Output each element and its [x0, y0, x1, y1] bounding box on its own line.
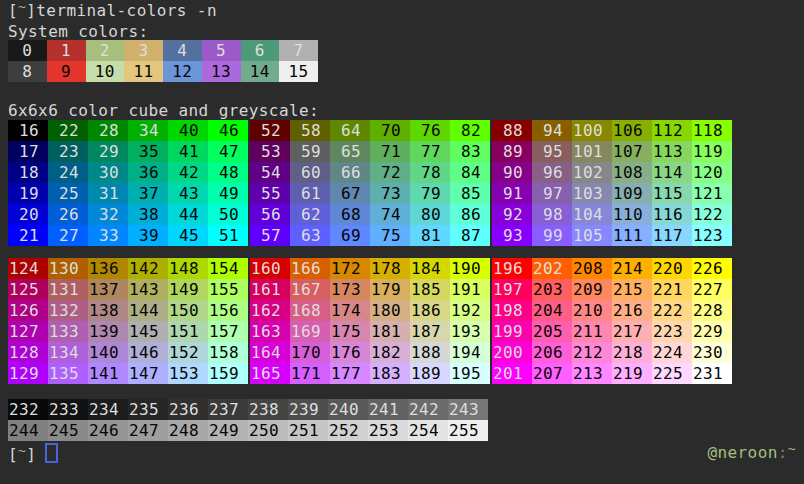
color-swatch-187: 187: [410, 321, 450, 342]
color-swatch-214: 214: [612, 258, 652, 279]
top-prompt-line: [~]terminal-colors -n: [8, 1, 217, 21]
color-swatch-61: 61: [290, 183, 330, 204]
color-swatch-71: 71: [370, 141, 410, 162]
color-swatch-137: 137: [88, 279, 128, 300]
color-swatch-29: 29: [88, 141, 128, 162]
color-swatch-30: 30: [88, 162, 128, 183]
color-swatch-254: 254: [408, 420, 448, 441]
color-swatch-242: 242: [408, 399, 448, 420]
color-swatch-18: 18: [8, 162, 48, 183]
color-swatch-209: 209: [572, 279, 612, 300]
terminal-screen[interactable]: { "colors": { "background": "#2b2b2b", "…: [0, 0, 804, 484]
color-swatch-238: 238: [248, 399, 288, 420]
color-swatch-158: 158: [208, 342, 248, 363]
color-swatch-87: 87: [450, 225, 490, 246]
color-swatch-107: 107: [612, 141, 652, 162]
color-swatch-51: 51: [208, 225, 248, 246]
color-swatch-97: 97: [532, 183, 572, 204]
color-swatch-173: 173: [330, 279, 370, 300]
color-swatch-111: 111: [612, 225, 652, 246]
color-swatch-28: 28: [88, 120, 128, 141]
command-text: terminal-colors -n: [36, 1, 217, 20]
color-swatch-151: 151: [168, 321, 208, 342]
color-swatch-70: 70: [370, 120, 410, 141]
color-swatch-54: 54: [250, 162, 290, 183]
color-swatch-155: 155: [208, 279, 248, 300]
color-swatch-181: 181: [370, 321, 410, 342]
color-swatch-165: 165: [250, 363, 290, 384]
color-swatch-171: 171: [290, 363, 330, 384]
color-swatch-86: 86: [450, 204, 490, 225]
color-swatch-14: 14: [241, 61, 280, 82]
color-swatch-68: 68: [330, 204, 370, 225]
color-swatch-31: 31: [88, 183, 128, 204]
color-swatch-117: 117: [652, 225, 692, 246]
color-swatch-46: 46: [208, 120, 248, 141]
color-swatch-133: 133: [48, 321, 88, 342]
color-swatch-67: 67: [330, 183, 370, 204]
color-swatch-217: 217: [612, 321, 652, 342]
color-swatch-74: 74: [370, 204, 410, 225]
color-swatch-199: 199: [492, 321, 532, 342]
color-swatch-4: 4: [163, 40, 202, 61]
color-swatch-227: 227: [692, 279, 732, 300]
color-swatch-166: 166: [290, 258, 330, 279]
color-cube-blocks-top: 1622283440461723293541471824303642481925…: [8, 120, 732, 246]
color-swatch-188: 188: [410, 342, 450, 363]
color-swatch-66: 66: [330, 162, 370, 183]
color-swatch-127: 127: [8, 321, 48, 342]
color-swatch-139: 139: [88, 321, 128, 342]
color-swatch-247: 247: [128, 420, 168, 441]
color-swatch-222: 222: [652, 300, 692, 321]
color-swatch-75: 75: [370, 225, 410, 246]
cube-block-196: 1962022082142202261972032092152212271982…: [492, 258, 732, 384]
color-swatch-93: 93: [492, 225, 532, 246]
color-swatch-218: 218: [612, 342, 652, 363]
status-colon: :: [778, 443, 788, 462]
terminal-cursor: [45, 443, 58, 463]
color-swatch-240: 240: [328, 399, 368, 420]
prompt-bracket-open: [: [8, 1, 18, 20]
color-swatch-104: 104: [572, 204, 612, 225]
color-swatch-145: 145: [128, 321, 168, 342]
cube-block-52: 5258647076825359657177835460667278845561…: [250, 120, 490, 246]
color-swatch-216: 216: [612, 300, 652, 321]
color-swatch-95: 95: [532, 141, 572, 162]
color-swatch-33: 33: [88, 225, 128, 246]
color-swatch-241: 241: [368, 399, 408, 420]
color-swatch-245: 245: [48, 420, 88, 441]
color-swatch-98: 98: [532, 204, 572, 225]
color-swatch-148: 148: [168, 258, 208, 279]
color-swatch-6: 6: [241, 40, 280, 61]
color-swatch-112: 112: [652, 120, 692, 141]
color-swatch-101: 101: [572, 141, 612, 162]
color-swatch-248: 248: [168, 420, 208, 441]
color-swatch-58: 58: [290, 120, 330, 141]
color-swatch-150: 150: [168, 300, 208, 321]
color-swatch-221: 221: [652, 279, 692, 300]
color-swatch-156: 156: [208, 300, 248, 321]
color-swatch-168: 168: [290, 300, 330, 321]
color-swatch-76: 76: [410, 120, 450, 141]
color-swatch-116: 116: [652, 204, 692, 225]
color-swatch-196: 196: [492, 258, 532, 279]
color-swatch-103: 103: [572, 183, 612, 204]
color-swatch-153: 153: [168, 363, 208, 384]
color-swatch-130: 130: [48, 258, 88, 279]
color-swatch-140: 140: [88, 342, 128, 363]
color-swatch-141: 141: [88, 363, 128, 384]
color-swatch-121: 121: [692, 183, 732, 204]
color-swatch-136: 136: [88, 258, 128, 279]
color-swatch-37: 37: [128, 183, 168, 204]
color-swatch-250: 250: [248, 420, 288, 441]
color-swatch-237: 237: [208, 399, 248, 420]
color-swatch-0: 0: [8, 40, 47, 61]
color-swatch-21: 21: [8, 225, 48, 246]
color-swatch-45: 45: [168, 225, 208, 246]
color-swatch-56: 56: [250, 204, 290, 225]
color-swatch-41: 41: [168, 141, 208, 162]
color-swatch-49: 49: [208, 183, 248, 204]
color-swatch-113: 113: [652, 141, 692, 162]
color-swatch-19: 19: [8, 183, 48, 204]
color-swatch-138: 138: [88, 300, 128, 321]
